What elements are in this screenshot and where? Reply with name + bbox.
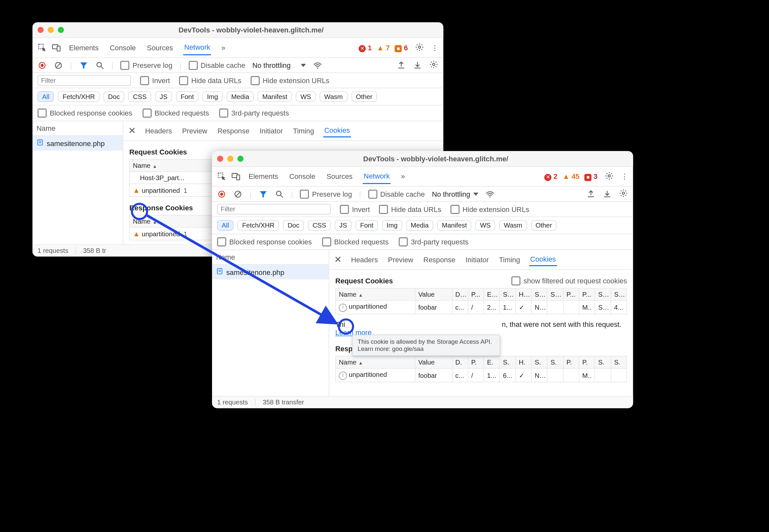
preserve-log-checkbox[interactable]: Preserve log (300, 189, 352, 198)
col-value[interactable]: Value (415, 356, 452, 368)
detail-tab-cookies[interactable]: Cookies (323, 124, 351, 138)
detail-tab-headers[interactable]: Headers (350, 254, 379, 266)
more-tabs-chevron-icon[interactable]: » (220, 41, 226, 55)
chip-css[interactable]: CSS (128, 91, 151, 102)
search-icon[interactable] (95, 61, 104, 70)
preserve-log-checkbox[interactable]: Preserve log (120, 61, 172, 70)
chip-fetchxhr[interactable]: Fetch/XHR (238, 220, 279, 231)
network-conditions-icon[interactable] (313, 61, 322, 70)
error-count[interactable]: ✕ 2 (544, 172, 557, 181)
info-icon[interactable]: i (339, 372, 347, 380)
chip-fetchxhr[interactable]: Fetch/XHR (58, 91, 99, 102)
record-icon[interactable] (217, 189, 226, 198)
clear-icon[interactable] (233, 189, 242, 198)
settings-gear-icon[interactable] (605, 171, 614, 182)
warning-count[interactable]: ▲ 7 (377, 43, 390, 52)
detail-tab-initiator[interactable]: Initiator (258, 125, 284, 137)
minimize-window-icon[interactable] (227, 156, 233, 162)
third-party-requests-checkbox[interactable]: 3rd-party requests (219, 108, 289, 118)
issues-count[interactable]: ■ 6 (395, 43, 408, 52)
traffic-lights[interactable] (217, 156, 243, 162)
chip-wasm[interactable]: Wasm (499, 220, 527, 231)
titlebar[interactable]: DevTools - wobbly-violet-heaven.glitch.m… (32, 22, 443, 38)
filter-funnel-icon[interactable] (258, 189, 267, 198)
detail-tab-timing[interactable]: Timing (498, 254, 521, 266)
show-filtered-checkbox[interactable]: show filtered out request cookies (512, 276, 627, 285)
detail-tab-response[interactable]: Response (423, 254, 457, 266)
col-name[interactable]: Name (335, 288, 415, 300)
clear-icon[interactable] (54, 61, 63, 70)
error-count[interactable]: ✕ 1 (358, 43, 371, 52)
zoom-window-icon[interactable] (58, 27, 64, 33)
disable-cache-checkbox[interactable]: Disable cache (368, 189, 425, 198)
hide-data-urls-checkbox[interactable]: Hide data URLs (179, 76, 241, 85)
download-har-icon[interactable] (413, 61, 422, 70)
chip-manifest[interactable]: Manifest (258, 91, 292, 102)
network-settings-gear-icon[interactable] (429, 60, 438, 70)
chip-all[interactable]: All (217, 220, 234, 231)
request-row[interactable]: samesitenone.php (32, 136, 123, 151)
close-window-icon[interactable] (38, 27, 44, 33)
chip-wasm[interactable]: Wasm (319, 91, 347, 102)
issues-count[interactable]: ■ 3 (585, 172, 598, 181)
blocked-response-cookies-checkbox[interactable]: Blocked response cookies (38, 108, 132, 118)
request-list-header[interactable]: Name (32, 121, 123, 136)
kebab-menu-icon[interactable]: ⋮ (621, 172, 628, 180)
download-har-icon[interactable] (603, 189, 612, 198)
warning-count[interactable]: ▲ 45 (563, 172, 579, 180)
chip-doc[interactable]: Doc (104, 91, 124, 102)
blocked-requests-checkbox[interactable]: Blocked requests (322, 237, 389, 246)
tab-console[interactable]: Console (109, 41, 137, 55)
detail-tab-preview[interactable]: Preview (181, 125, 208, 137)
chip-css[interactable]: CSS (308, 220, 330, 231)
device-toggle-icon[interactable] (52, 43, 61, 52)
upload-har-icon[interactable] (587, 189, 596, 198)
chip-media[interactable]: Media (406, 220, 433, 231)
tab-sources[interactable]: Sources (325, 169, 353, 184)
detail-tab-cookies[interactable]: Cookies (529, 253, 557, 266)
zoom-window-icon[interactable] (237, 156, 243, 162)
tab-elements[interactable]: Elements (247, 169, 279, 184)
filter-input[interactable] (217, 204, 331, 215)
chip-img[interactable]: Img (202, 91, 222, 102)
blocked-response-cookies-checkbox[interactable]: Blocked response cookies (217, 237, 312, 246)
detail-tab-timing[interactable]: Timing (292, 125, 315, 137)
record-icon[interactable] (38, 61, 47, 70)
titlebar[interactable]: DevTools - wobbly-violet-heaven.glitch.m… (212, 151, 633, 167)
chip-font[interactable]: Font (355, 220, 378, 231)
hide-extension-urls-checkbox[interactable]: Hide extension URLs (250, 76, 329, 85)
tab-console[interactable]: Console (288, 169, 316, 184)
chip-all[interactable]: All (38, 91, 54, 102)
chip-ws[interactable]: WS (296, 91, 316, 102)
tab-sources[interactable]: Sources (146, 41, 174, 55)
cookie-row[interactable]: i unpartitioned foobar c... / 1... 6... … (335, 368, 627, 382)
minimize-window-icon[interactable] (48, 27, 54, 33)
inspect-element-icon[interactable] (217, 172, 226, 181)
settings-gear-icon[interactable] (415, 42, 424, 53)
detail-tab-headers[interactable]: Headers (144, 125, 173, 137)
detail-tab-preview[interactable]: Preview (387, 254, 415, 266)
filter-funnel-icon[interactable] (79, 61, 88, 70)
search-icon[interactable] (275, 189, 284, 198)
network-settings-gear-icon[interactable] (619, 189, 628, 199)
chip-ws[interactable]: WS (476, 220, 495, 231)
request-row[interactable]: samesitenone.php (212, 265, 329, 279)
tab-network[interactable]: Network (183, 40, 211, 55)
detail-tab-response[interactable]: Response (217, 125, 251, 137)
cookie-row[interactable]: i unpartitioned foobar c... / 2... 1... … (335, 300, 627, 314)
close-window-icon[interactable] (217, 156, 223, 162)
hide-data-urls-checkbox[interactable]: Hide data URLs (379, 204, 441, 214)
hide-extension-urls-checkbox[interactable]: Hide extension URLs (451, 204, 529, 214)
upload-har-icon[interactable] (397, 61, 406, 70)
col-value[interactable]: Value (415, 288, 452, 300)
throttling-dropdown[interactable]: No throttling (252, 61, 306, 69)
chip-other[interactable]: Other (351, 91, 377, 102)
invert-checkbox[interactable]: Invert (340, 204, 370, 214)
kebab-menu-icon[interactable]: ⋮ (431, 43, 439, 52)
filter-input[interactable] (38, 75, 131, 86)
chip-js[interactable]: JS (335, 220, 352, 231)
traffic-lights[interactable] (38, 27, 64, 33)
disable-cache-checkbox[interactable]: Disable cache (188, 61, 245, 70)
invert-checkbox[interactable]: Invert (140, 76, 170, 85)
tab-network[interactable]: Network (363, 169, 391, 184)
